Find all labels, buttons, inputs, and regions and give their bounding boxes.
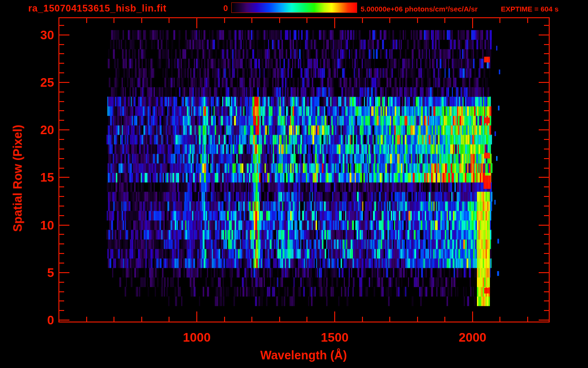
x-axis-title: Wavelength (Å) xyxy=(232,348,375,362)
colorbar-min-label: 0 xyxy=(210,4,228,13)
y-tick-label-15: 15 xyxy=(25,170,54,185)
y-tick-label-30: 30 xyxy=(25,28,54,43)
y-tick-label-10: 10 xyxy=(25,218,54,233)
y-tick-label-20: 20 xyxy=(25,123,54,138)
y-tick-label-25: 25 xyxy=(25,75,54,90)
x-tick-label-2000: 2000 xyxy=(444,330,501,345)
y-tick-label-5: 5 xyxy=(25,265,54,280)
colorbar-max-label: 5.00000e+06 photons/cm²/sec/A/sr xyxy=(361,5,478,13)
colorbar-gradient xyxy=(231,2,357,13)
exptime-label: EXPTIME = 604 s xyxy=(501,5,558,13)
filename-title: ra_150704153615_hisb_lin.fit xyxy=(28,3,167,14)
x-tick-label-1000: 1000 xyxy=(168,330,226,345)
spectrogram-canvas xyxy=(0,0,588,368)
x-tick-label-1500: 1500 xyxy=(306,330,363,345)
y-axis-title: Spatial Row (Pixel) xyxy=(11,125,25,232)
idl-plot-window: ra_150704153615_hisb_lin.fit 0 5.00000e+… xyxy=(0,0,588,368)
y-tick-label-0: 0 xyxy=(25,313,54,328)
